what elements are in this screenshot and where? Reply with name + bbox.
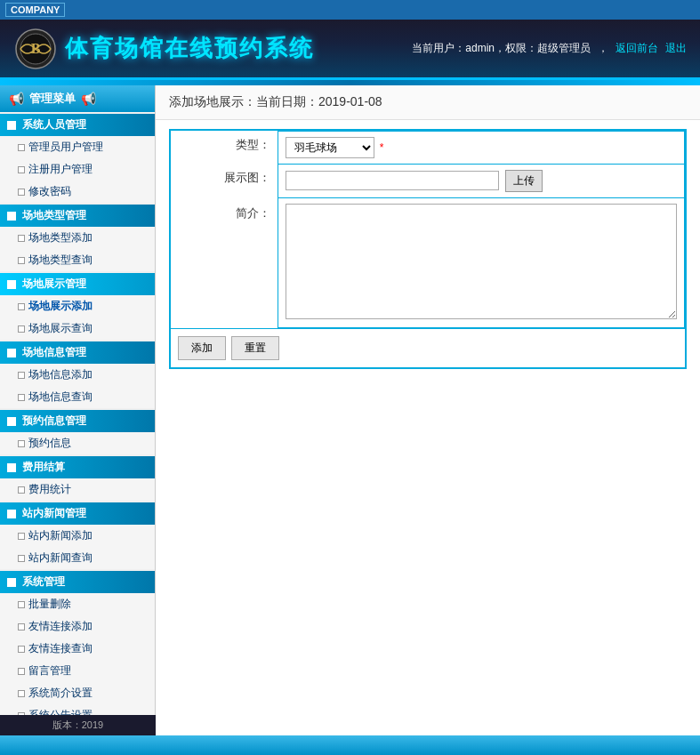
item-label: 站内新闻添加 [28, 528, 93, 543]
sidebar-section-booking[interactable]: 预约信息管理 [0, 410, 155, 432]
section-label-sysmgmt: 系统管理 [22, 574, 65, 590]
sidebar: 📢 管理菜单 📢 系统人员管理 管理员用户管理 注册用户管理 修改密码 [0, 85, 156, 727]
dot-icon [18, 257, 25, 264]
dot-icon [18, 646, 25, 653]
item-label: 费用统计 [28, 482, 71, 497]
item-label: 站内新闻查询 [28, 550, 93, 566]
sidebar-footer-text: 版本：2019 [52, 719, 103, 727]
intro-label: 简介： [171, 198, 278, 328]
required-mark: * [380, 141, 384, 154]
add-button[interactable]: 添加 [178, 336, 226, 360]
item-label: 注册用户管理 [28, 162, 93, 177]
sidebar-section-venue-info[interactable]: 场地信息管理 [0, 341, 155, 364]
section-icon [7, 510, 16, 518]
upload-button[interactable]: 上传 [505, 170, 543, 192]
sidebar-item-reg-manage[interactable]: 注册用户管理 [0, 158, 155, 181]
dot-icon [18, 235, 25, 242]
sidebar-header: 📢 管理菜单 📢 [0, 85, 155, 112]
user-info-text: 当前用户：admin，权限：超级管理员 [412, 41, 591, 56]
display-control-cell: 上传 [278, 165, 685, 198]
intro-control-cell [278, 198, 685, 328]
dot-icon [18, 440, 25, 447]
item-label: 场地展示查询 [28, 321, 93, 336]
sidebar-section-venue-display[interactable]: 场地展示管理 [0, 273, 155, 295]
item-label: 友情连接查询 [28, 641, 93, 656]
item-label: 管理员用户管理 [28, 140, 103, 155]
section-label-cost: 费用结算 [22, 460, 65, 475]
intro-textarea[interactable] [286, 204, 678, 319]
sidebar-wrapper: 📢 管理菜单 📢 系统人员管理 管理员用户管理 注册用户管理 修改密码 [0, 85, 156, 735]
display-input[interactable] [286, 171, 499, 190]
dot-icon [18, 325, 25, 333]
dot-icon [18, 601, 25, 608]
sidebar-item-vinfo-query[interactable]: 场地信息查询 [0, 386, 155, 408]
sidebar-section-sys-personnel[interactable]: 系统人员管理 [0, 114, 155, 136]
form-row-type: 类型： 羽毛球场 篮球场 游泳池 乒乓球场 * [171, 132, 685, 165]
dot-icon [18, 189, 25, 196]
section-label-vtype: 场地类型管理 [22, 208, 86, 223]
sidebar-item-vinfo-add[interactable]: 场地信息添加 [0, 364, 155, 386]
form-row-intro: 简介： [171, 198, 685, 328]
sidebar-item-vtype-add[interactable]: 场地类型添加 [0, 227, 155, 249]
section-icon [7, 463, 16, 472]
reset-button[interactable]: 重置 [231, 336, 279, 360]
item-label: 场地信息查询 [28, 390, 93, 405]
item-label: 友情连接添加 [28, 619, 93, 634]
link-front[interactable]: 返回前台 [616, 41, 658, 56]
sidebar-item-booking-info[interactable]: 预约信息 [0, 432, 155, 454]
section-icon [7, 121, 16, 130]
sidebar-section-venue-type[interactable]: 场地类型管理 [0, 205, 155, 227]
header: B 体育场馆在线预约系统 当前用户：admin，权限：超级管理员 ， 返回前台 … [0, 20, 700, 80]
company-bar: COMPANY [0, 0, 700, 20]
section-label-vdisplay: 场地展示管理 [22, 277, 86, 292]
sidebar-item-vdisplay-query[interactable]: 场地展示查询 [0, 317, 155, 340]
item-label: 场地信息添加 [28, 367, 93, 382]
item-label: 系统简介设置 [28, 686, 93, 701]
main-layout: 📢 管理菜单 📢 系统人员管理 管理员用户管理 注册用户管理 修改密码 [0, 85, 700, 735]
sidebar-item-news-query[interactable]: 站内新闻查询 [0, 547, 155, 569]
logo-icon: B [13, 27, 58, 71]
dot-icon [18, 690, 25, 697]
sidebar-footer: 版本：2019 [0, 715, 156, 727]
form-table: 类型： 羽毛球场 篮球场 游泳池 乒乓球场 * [171, 131, 685, 328]
section-icon [7, 417, 16, 426]
sidebar-item-vdisplay-add[interactable]: 场地展示添加 [0, 295, 155, 317]
sidebar-item-message[interactable]: 留言管理 [0, 660, 155, 682]
section-label-sys: 系统人员管理 [22, 117, 86, 133]
sidebar-section-sys-manage[interactable]: 系统管理 [0, 571, 155, 593]
sidebar-item-news-add[interactable]: 站内新闻添加 [0, 525, 155, 547]
link-logout[interactable]: 退出 [665, 41, 687, 56]
item-label: 批量删除 [28, 597, 71, 612]
sidebar-item-friendlink-query[interactable]: 友情连接查询 [0, 638, 155, 660]
dot-icon [18, 668, 25, 675]
sidebar-item-vtype-query[interactable]: 场地类型查询 [0, 249, 155, 271]
section-icon [7, 212, 16, 221]
item-label: 场地类型添加 [28, 230, 93, 245]
sidebar-item-change-pwd[interactable]: 修改密码 [0, 181, 155, 203]
header-right: 当前用户：admin，权限：超级管理员 ， 返回前台 退出 [412, 41, 687, 56]
sidebar-item-batch-delete[interactable]: 批量删除 [0, 593, 155, 615]
item-label: 留言管理 [28, 663, 71, 679]
sidebar-section-cost[interactable]: 费用结算 [0, 456, 155, 478]
section-label-booking: 预约信息管理 [22, 414, 86, 429]
logo-area: B 体育场馆在线预约系统 [13, 27, 314, 71]
item-label: 场地展示添加 [28, 299, 93, 314]
content-area: 添加场地展示：当前日期：2019-01-08 类型： 羽毛球场 篮球场 游泳池 … [156, 85, 700, 735]
dot-icon [18, 533, 25, 540]
dot-icon [18, 623, 25, 631]
section-icon [7, 349, 16, 357]
sidebar-item-admin-manage[interactable]: 管理员用户管理 [0, 136, 155, 158]
sidebar-item-cost-stat[interactable]: 费用统计 [0, 478, 155, 501]
type-select[interactable]: 羽毛球场 篮球场 游泳池 乒乓球场 [286, 137, 374, 158]
dot-icon [18, 555, 25, 562]
section-icon [7, 280, 16, 289]
item-label: 场地类型查询 [28, 253, 93, 268]
section-label-news: 站内新闻管理 [22, 506, 86, 521]
company-label: COMPANY [5, 3, 65, 17]
dot-icon [18, 486, 25, 494]
content-header: 添加场地展示：当前日期：2019-01-08 [156, 85, 700, 120]
sidebar-section-news[interactable]: 站内新闻管理 [0, 502, 155, 525]
sidebar-item-friendlink-add[interactable]: 友情连接添加 [0, 615, 155, 638]
sidebar-item-intro-setting[interactable]: 系统简介设置 [0, 682, 155, 704]
sidebar-header-label: 管理菜单 [29, 91, 76, 107]
